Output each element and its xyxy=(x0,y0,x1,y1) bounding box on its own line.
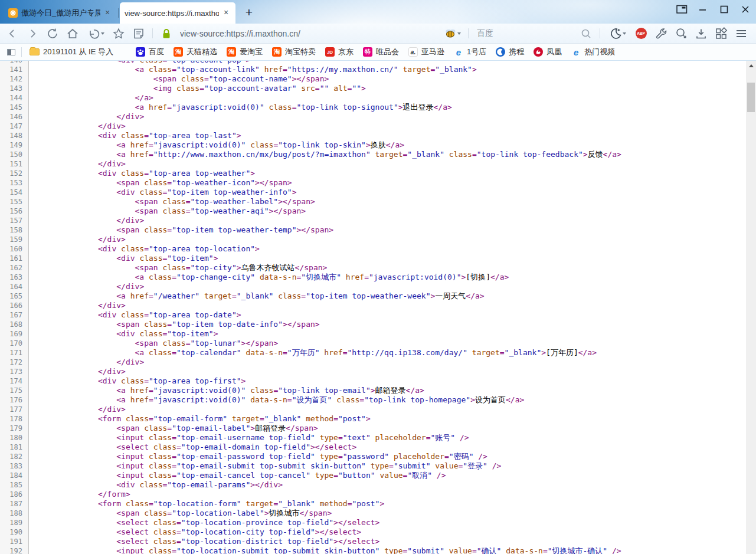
line-code: <span class="top-weather-icon"></span> xyxy=(29,178,292,188)
quick-apps-icon xyxy=(715,27,728,40)
bee-dropdown-caret-icon[interactable] xyxy=(457,32,461,35)
line-code: <div class="top-area top-last"> xyxy=(29,131,241,140)
bookmark-item[interactable]: e1号店 xyxy=(450,45,490,59)
scroll-up-button[interactable] xyxy=(746,61,756,71)
bookmark-label: 天猫精选 xyxy=(186,47,217,57)
refresh-button[interactable] xyxy=(44,26,61,41)
site-security-button[interactable] xyxy=(158,26,175,41)
line-code: <div class="top-area top-date"> xyxy=(29,310,241,320)
bookmark-item[interactable]: 特唯品会 xyxy=(359,45,403,59)
bookmark-item[interactable]: 淘爱淘宝 xyxy=(222,45,267,59)
quick-apps-button[interactable] xyxy=(712,26,730,41)
amazon-icon: a. xyxy=(408,47,418,57)
toolbar-divider xyxy=(152,28,153,38)
search-engine-label[interactable]: 百度 xyxy=(477,28,493,39)
resource-sniffer-button[interactable] xyxy=(672,26,690,41)
line-number: 189 xyxy=(0,518,29,527)
phoenix-icon xyxy=(534,47,543,57)
source-line: 185 <div class="top-email-params"></div> xyxy=(0,480,756,490)
adblock-button[interactable]: ABP xyxy=(632,26,650,41)
maxthon-bee-button[interactable] xyxy=(441,26,463,41)
view-source-content: 140 <div class="top-account-pop">141 <a … xyxy=(0,61,756,554)
boss-panel-button[interactable] xyxy=(676,4,688,15)
line-number: 169 xyxy=(0,329,29,339)
bookmark-label: 百度 xyxy=(149,47,164,57)
tools-button[interactable] xyxy=(652,26,670,41)
line-number: 146 xyxy=(0,112,29,122)
source-line: 158 <span class="top-item top-weather-te… xyxy=(0,225,756,235)
undo-button[interactable] xyxy=(84,26,107,41)
source-line: 161 <div class="top-item"> xyxy=(0,254,756,263)
night-mode-caret-icon[interactable] xyxy=(623,32,626,35)
favorite-button[interactable] xyxy=(110,26,127,41)
line-code: </div> xyxy=(29,235,126,244)
download-button[interactable] xyxy=(692,26,710,41)
reader-mode-button[interactable] xyxy=(130,26,148,41)
source-line: 170 <span class="top-lunar"></span> xyxy=(0,339,756,348)
new-tab-button[interactable]: + xyxy=(241,5,257,21)
line-code: <span class="top-lunar"></span> xyxy=(29,339,278,348)
line-code: <span class="top-account-name"></span> xyxy=(29,74,329,84)
source-line: 177 </div> xyxy=(0,405,756,414)
source-line: 165 <a href="/weather" target="_blank" c… xyxy=(0,291,756,301)
night-mode-button[interactable] xyxy=(605,26,630,41)
source-line: 168 <span class="top-item top-date-info"… xyxy=(0,320,756,329)
search-button[interactable] xyxy=(577,26,595,41)
minimize-button[interactable] xyxy=(697,4,709,15)
bookmark-item[interactable]: 凤凰 xyxy=(529,45,566,59)
tab-view-source[interactable]: view-source:https://i.maxtho × xyxy=(120,2,235,24)
bookmark-item[interactable]: 携程 xyxy=(492,45,528,59)
line-number: 162 xyxy=(0,263,29,273)
source-line: 141 <a class="top-account-link" href="ht… xyxy=(0,65,756,74)
line-number: 181 xyxy=(0,442,29,452)
tab-maxthon-today[interactable]: 傲游今日_傲游用户专属的网 × xyxy=(4,2,117,24)
bookmark-folder-imported[interactable]: 20191101 从 IE 导入 xyxy=(25,45,117,59)
line-number: 152 xyxy=(0,169,29,178)
line-code: <div class="top-area top-first"> xyxy=(29,376,246,386)
home-icon xyxy=(66,27,79,40)
https-lock-icon xyxy=(162,28,171,39)
line-code: <form class="top-location-form" target="… xyxy=(29,499,384,509)
tab-close-icon[interactable]: × xyxy=(103,8,112,18)
window-controls xyxy=(676,4,751,15)
main-menu-button[interactable] xyxy=(732,26,750,41)
close-button[interactable] xyxy=(739,4,751,15)
toolbar-divider xyxy=(468,28,469,38)
source-line: 152 <div class="top-area top-weather"> xyxy=(0,169,756,178)
bookmark-label: 凤凰 xyxy=(546,47,562,57)
main-menu-icon xyxy=(735,27,748,40)
source-line: 147 </div> xyxy=(0,122,756,131)
line-number: 175 xyxy=(0,386,29,395)
source-line: 163 <a class="top-change-city" data-s-n=… xyxy=(0,273,756,282)
scrollbar-thumb[interactable] xyxy=(747,83,755,112)
line-number: 160 xyxy=(0,244,29,254)
bookmark-item[interactable]: 淘天猫精选 xyxy=(169,45,221,59)
source-line: 159 </div> xyxy=(0,235,756,244)
maximize-button[interactable] xyxy=(718,4,730,15)
source-line: 186 </form> xyxy=(0,490,756,499)
toolbar-divider xyxy=(600,28,600,38)
taobao-icon: 淘 xyxy=(227,47,236,57)
bookmark-item[interactable]: e热门视频 xyxy=(567,45,619,59)
line-code: <a href="/weather" target="_blank" class… xyxy=(29,291,485,301)
line-code: <div class="top-item"> xyxy=(29,329,218,339)
line-number: 149 xyxy=(0,140,29,150)
undo-dropdown-caret-icon[interactable] xyxy=(101,32,104,35)
back-button[interactable] xyxy=(4,26,21,41)
source-line: 175 <a href="javascript:void(0)" class="… xyxy=(0,386,756,395)
bookmark-label: 爱淘宝 xyxy=(240,47,263,57)
bookmark-item[interactable]: a.亚马逊 xyxy=(404,45,449,59)
bookmark-item[interactable]: 淘淘宝特卖 xyxy=(268,45,320,59)
favorites-panel-icon[interactable] xyxy=(7,49,15,55)
line-number: 187 xyxy=(0,499,29,509)
bookmark-item[interactable]: JD京东 xyxy=(321,45,358,59)
maxthon-bee-icon xyxy=(444,28,457,38)
home-button[interactable] xyxy=(64,26,81,41)
forward-button[interactable] xyxy=(24,26,41,41)
vertical-scrollbar[interactable] xyxy=(746,61,756,554)
bookmark-item[interactable]: 百度 xyxy=(132,45,168,59)
source-line: 156 <span class="top-weather-aqi"></span… xyxy=(0,206,756,216)
tab-close-icon[interactable]: × xyxy=(221,8,231,18)
address-bar[interactable]: view-source:https://i.maxthon.cn/ xyxy=(180,29,300,38)
source-line: 162 <span class="top-city">乌鲁木齐牧试站</span… xyxy=(0,263,756,273)
